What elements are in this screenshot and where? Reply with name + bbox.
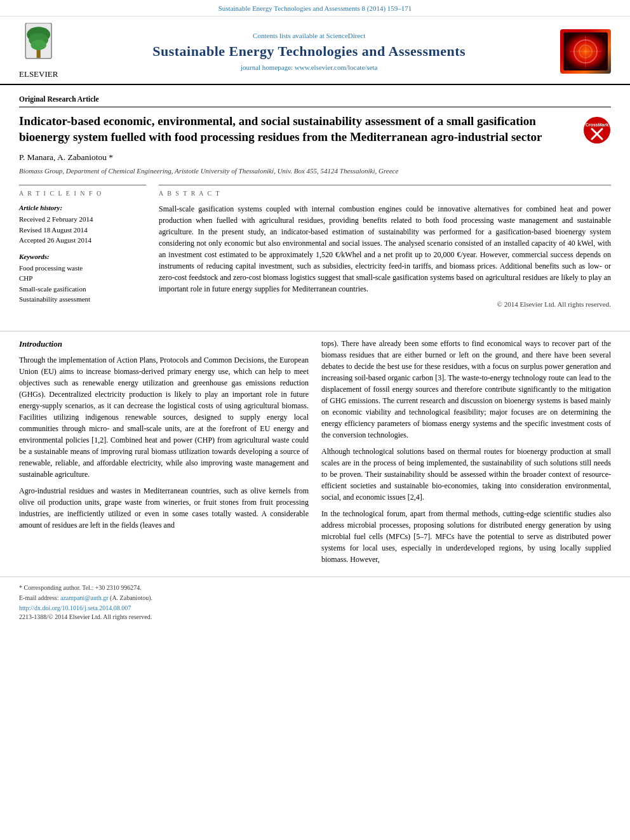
received-date: Received 2 February 2014 — [19, 215, 146, 224]
copyright-line: © 2014 Elsevier Ltd. All rights reserved… — [159, 300, 611, 309]
sciencedirect-link[interactable]: ScienceDirect — [326, 32, 366, 39]
corresponding-author-note: * Corresponding author. Tel.: +30 2310 9… — [19, 583, 611, 592]
homepage-label: journal homepage: — [241, 63, 295, 71]
svg-point-11 — [584, 117, 610, 143]
journal-reference-text: Sustainable Energy Technologies and Asse… — [218, 4, 412, 12]
revised-date: Revised 18 August 2014 — [19, 225, 146, 235]
affiliation-text: Biomass Group, Department of Chemical En… — [19, 166, 611, 176]
introduction-heading: Introduction — [19, 338, 309, 350]
homepage-url[interactable]: www.elsevier.com/locate/seta — [295, 63, 378, 71]
svg-point-4 — [30, 40, 46, 50]
content-divider — [0, 331, 630, 331]
article-type-label: Original Research Article — [19, 94, 611, 107]
email-note: E-mail address: azampani@auth.gr (A. Zab… — [19, 594, 611, 603]
doi-link[interactable]: http://dx.doi.org/10.1016/j.seta.2014.08… — [19, 604, 611, 613]
keywords-label: Keywords: — [19, 252, 146, 262]
contents-available-line: Contents lists available at ScienceDirec… — [58, 31, 560, 41]
journal-header-center: Contents lists available at ScienceDirec… — [58, 31, 560, 73]
article-info-abstract-section: A R T I C L E I N F O Article history: R… — [19, 185, 611, 309]
intro-right-paragraph-1: tops). There have already been some effo… — [321, 338, 611, 441]
article-history-label: Article history: — [19, 203, 146, 213]
main-content: Original Research Article Indicator-base… — [0, 85, 630, 324]
article-info-column: A R T I C L E I N F O Article history: R… — [19, 185, 146, 309]
title-row: Indicator-based economic, environmental,… — [19, 114, 611, 145]
article-title: Indicator-based economic, environmental,… — [19, 114, 583, 145]
abstract-text: Small-scale gasification systems coupled… — [159, 203, 611, 295]
journal-header: ELSEVIER Contents lists available at Sci… — [0, 17, 630, 85]
crossmark-badge[interactable]: CrossMark — [583, 116, 611, 144]
body-content: Introduction Through the implementation … — [0, 338, 630, 570]
page-footer: * Corresponding author. Tel.: +30 2310 9… — [0, 577, 630, 625]
journal-cover-icon — [563, 32, 608, 70]
issn-copyright: 2213-1388/© 2014 Elsevier Ltd. All right… — [19, 613, 611, 622]
authors-text: P. Manara, A. Zabaniotou * — [19, 152, 113, 162]
email-link[interactable]: azampani@auth.gr — [60, 594, 109, 601]
intro-right-paragraph-3: In the technological forum, apart from t… — [321, 508, 611, 565]
svg-text:CrossMark: CrossMark — [586, 123, 608, 127]
abstract-heading: A B S T R A C T — [159, 189, 611, 198]
keyword-2: CHP — [19, 274, 146, 283]
keyword-1: Food processing waste — [19, 263, 146, 273]
journal-cover-thumbnail — [560, 29, 611, 74]
journal-reference-bar: Sustainable Energy Technologies and Asse… — [0, 0, 630, 17]
elsevier-wordmark: ELSEVIER — [19, 69, 58, 80]
intro-right-paragraph-2: Although technological solutions based o… — [321, 446, 611, 503]
intro-paragraph-1: Through the implementation of Action Pla… — [19, 354, 309, 480]
body-left-column: Introduction Through the implementation … — [19, 338, 309, 570]
accepted-date: Accepted 26 August 2014 — [19, 236, 146, 245]
crossmark-icon: CrossMark — [583, 116, 611, 144]
body-right-column: tops). There have already been some effo… — [321, 338, 611, 570]
elsevier-tree-icon — [19, 23, 58, 69]
article-info-heading: A R T I C L E I N F O — [19, 189, 146, 198]
elsevier-logo: ELSEVIER — [19, 23, 58, 80]
journal-title: Sustainable Energy Technologies and Asse… — [58, 42, 560, 62]
email-suffix: (A. Zabaniotou). — [110, 594, 152, 601]
contents-label: Contents lists available at — [253, 32, 325, 39]
intro-paragraph-2: Agro-industrial residues and wastes in M… — [19, 485, 309, 531]
footnote-corresponding: * Corresponding author. Tel.: +30 2310 9… — [19, 584, 142, 591]
authors-line: P. Manara, A. Zabaniotou * — [19, 152, 611, 164]
keyword-4: Sustainability assessment — [19, 295, 146, 304]
keyword-3: Small-scale gasification — [19, 284, 146, 294]
email-label: E-mail address: — [19, 594, 58, 601]
homepage-line: journal homepage: www.elsevier.com/locat… — [58, 63, 560, 72]
abstract-column: A B S T R A C T Small-scale gasification… — [159, 185, 611, 309]
